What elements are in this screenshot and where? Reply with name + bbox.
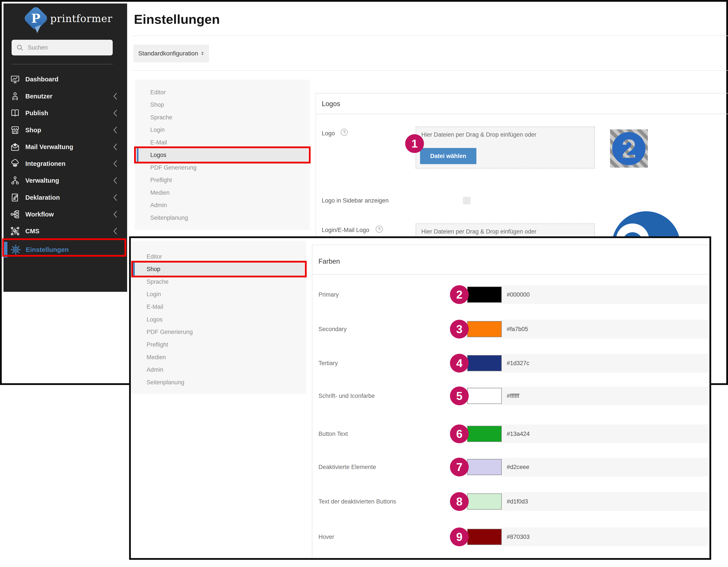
sidebar-item-deklaration[interactable]: Deklaration [10, 192, 122, 204]
subnav-item-login[interactable]: Login [131, 288, 306, 300]
subnav-item-editor[interactable]: Editor [135, 87, 310, 98]
sidebar-item-label: Workflow [25, 211, 54, 218]
chevron-left-icon [112, 109, 118, 117]
subnav-item-seitenplanung[interactable]: Seitenplanung [131, 377, 306, 388]
sidebar-item-label: Dashboard [25, 76, 58, 83]
color-row-secondary: Secondary #fa7b05 3 [312, 319, 709, 339]
subnav-item-email[interactable]: E-Mail [131, 301, 306, 312]
color-label: Secondary [318, 319, 347, 339]
config-select[interactable]: Standardkonfiguration [133, 45, 209, 62]
dropzone-hint: Hier Dateien per Drag & Drop einfügen od… [421, 131, 536, 138]
storefront-icon [10, 125, 20, 135]
color-hex-value: #fa7b05 [507, 319, 528, 339]
search-input[interactable] [28, 44, 106, 51]
chevron-left-icon [112, 126, 118, 134]
sidebar-item-label: Verwaltung [25, 177, 59, 184]
chevron-left-icon [112, 227, 118, 235]
color-swatch[interactable] [467, 493, 502, 510]
sidebar-logo-label: Logo in Sidebar anzeigen [322, 197, 389, 204]
color-row-text-deaktivierte-buttons: Text der deaktivierten Buttons #d1f0d3 8 [312, 491, 709, 512]
color-label: Primary [318, 284, 339, 305]
color-row-primary: Primary #000000 2 [312, 284, 709, 305]
sidebar-logo-checkbox[interactable] [463, 197, 470, 204]
subnav-item-medien[interactable]: Medien [135, 187, 310, 199]
color-hex-field[interactable] [501, 424, 709, 443]
subnav-item-preflight[interactable]: Preflight [135, 174, 310, 186]
brand-logo: P printformer [3, 3, 127, 32]
annotation-badge-7: 7 [450, 458, 469, 476]
sidebar-item-verwaltung[interactable]: Verwaltung [10, 174, 122, 187]
color-swatch[interactable] [467, 286, 502, 303]
subnav-item-seitenplanung[interactable]: Seitenplanung [135, 212, 310, 224]
color-hex-field[interactable] [501, 492, 709, 511]
subnav-item-preflight[interactable]: Preflight [131, 339, 306, 350]
subnav-item-email[interactable]: E-Mail [135, 137, 310, 148]
color-hex-field[interactable] [501, 285, 709, 304]
sidebar-item-publish[interactable]: Publish [10, 107, 122, 119]
color-swatch[interactable] [467, 388, 502, 404]
workflow-icon [10, 209, 20, 219]
color-swatch[interactable] [467, 426, 502, 442]
choose-file-button[interactable]: Datei wählen [420, 148, 476, 164]
subnav-item-pdf[interactable]: PDF Generierung [131, 326, 306, 337]
chevron-left-icon [112, 143, 118, 151]
color-hex-field[interactable] [501, 320, 709, 338]
subnav-item-shop[interactable]: Shop [135, 99, 310, 110]
color-label: Tertiary [318, 353, 338, 373]
users-icon [10, 91, 20, 101]
help-icon[interactable]: ? [376, 226, 383, 233]
book-icon [10, 108, 20, 118]
sidebar-item-benutzer[interactable]: Benutzer [10, 90, 122, 102]
color-hex-field[interactable] [501, 458, 709, 476]
color-swatch[interactable] [467, 321, 502, 337]
sidebar-item-mail-verwaltung[interactable]: Mail Verwaltung [10, 141, 122, 153]
color-swatch[interactable] [467, 529, 502, 545]
dashboard-icon [10, 74, 20, 84]
subnav-item-sprache[interactable]: Sprache [131, 276, 306, 287]
mail-icon [10, 142, 20, 152]
document-icon [10, 193, 20, 203]
color-row-button-text: Button Text #13a424 6 [312, 424, 709, 444]
subnav-item-editor[interactable]: Editor [131, 251, 306, 262]
subnav-item-label: Shop [147, 266, 160, 273]
chevron-left-icon [112, 177, 118, 185]
subnav-item-pdf[interactable]: PDF Generierung [135, 162, 310, 173]
color-label: Text der deaktivierten Buttons [318, 491, 396, 512]
sidebar-search[interactable] [12, 40, 113, 55]
annotation-badge-6: 6 [450, 424, 469, 443]
orgchart-icon [10, 176, 20, 186]
sidebar-item-label: Integrationen [25, 160, 66, 167]
color-hex-field[interactable] [501, 386, 709, 405]
color-hex-value: #d2ceee [507, 457, 529, 477]
logo-preview-image: 2 [610, 129, 648, 168]
subnav-item-shop-active[interactable]: Shop [133, 263, 304, 276]
color-swatch[interactable] [467, 459, 502, 475]
color-row-deaktivierte-elemente: Deaktivierte Elemente #d2ceee 7 [312, 457, 709, 477]
subnav-item-admin[interactable]: Admin [135, 200, 310, 211]
color-hex-value: #d1f0d3 [507, 491, 528, 512]
help-icon[interactable]: ? [341, 129, 348, 136]
sidebar-item-dashboard[interactable]: Dashboard [10, 73, 122, 85]
subnav-item-sprache[interactable]: Sprache [135, 112, 310, 123]
annotation-badge-2: 2 [450, 285, 469, 304]
color-swatch[interactable] [467, 355, 502, 371]
farben-card-header-divider [312, 274, 709, 275]
sidebar-item-einstellungen[interactable]: Einstellungen [3, 242, 127, 258]
sort-arrows-icon [201, 50, 204, 57]
sidebar-item-shop[interactable]: Shop [10, 124, 122, 136]
sidebar-item-cms[interactable]: CMS [10, 225, 122, 237]
logos-card-title: Logos [322, 100, 340, 108]
color-hex-field[interactable] [501, 527, 709, 546]
subnav-item-admin[interactable]: Admin [131, 364, 306, 375]
subnav-item-logos[interactable]: Logos [131, 314, 306, 325]
subnav-item-logos-active[interactable]: Logos [137, 148, 308, 162]
sidebar-item-integrationen[interactable]: Integrationen [10, 158, 122, 170]
color-hex-field[interactable] [501, 354, 709, 372]
subnav-item-medien[interactable]: Medien [131, 351, 306, 363]
color-label: Deaktivierte Elemente [318, 457, 376, 477]
annotation-badge-3: 3 [450, 320, 469, 338]
logo-field-label: Logo [322, 130, 335, 137]
subnav-item-login[interactable]: Login [135, 124, 310, 136]
sidebar-item-workflow[interactable]: Workflow [10, 208, 122, 221]
subnav-item-label: Logos [150, 152, 166, 159]
